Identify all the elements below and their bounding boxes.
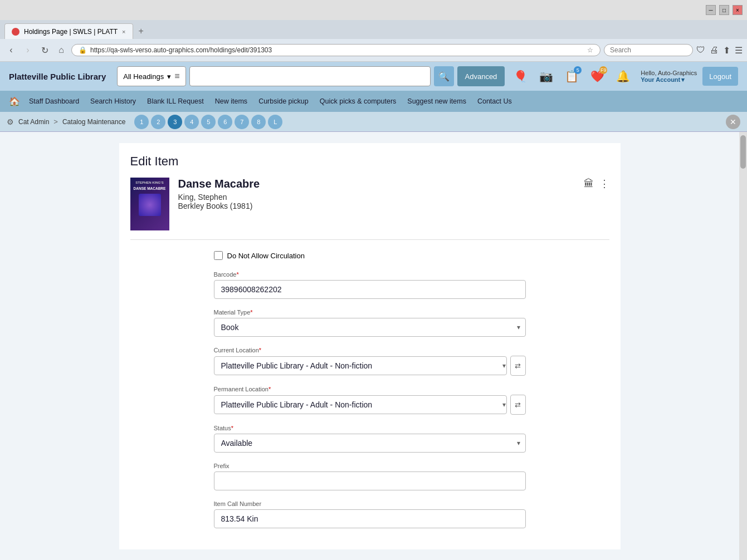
page-btn-L[interactable]: L xyxy=(268,115,282,129)
item-call-number-input[interactable] xyxy=(214,509,526,528)
nav-contact-us[interactable]: Contact Us xyxy=(473,95,516,107)
home-nav-btn[interactable]: ⌂ xyxy=(55,43,68,57)
page-btn-8[interactable]: 8 xyxy=(251,115,266,129)
shield-ext-icon: 🛡 xyxy=(696,45,705,55)
page-btn-5[interactable]: 5 xyxy=(201,115,216,129)
share-ext-icon: ⬆ xyxy=(723,45,730,56)
book-details: Danse Macabre King, Stephen Berkley Book… xyxy=(178,178,575,210)
more-options-btn[interactable]: ⋮ xyxy=(599,178,609,190)
balloon-icon-btn[interactable]: 🎈 xyxy=(510,66,530,86)
page-btn-4[interactable]: 4 xyxy=(184,115,199,129)
nav-blank-ill-request[interactable]: Blank ILL Request xyxy=(143,95,208,107)
nav-quick-picks[interactable]: Quick picks & computers xyxy=(315,95,401,107)
permanent-location-select[interactable]: Platteville Public Library - Adult - Non… xyxy=(214,395,507,414)
page-btn-2[interactable]: 2 xyxy=(151,115,165,129)
address-bar[interactable]: 🔒 https://qa-swls-verso.auto-graphics.co… xyxy=(71,44,600,56)
status-select[interactable]: Available Checked Out On Order Lost Dama… xyxy=(214,434,526,453)
permanent-location-label: Permanent Location* xyxy=(214,386,526,392)
nav-home-icon[interactable]: 🏠 xyxy=(7,94,22,109)
library-action-btn[interactable]: 🏛 xyxy=(584,178,594,190)
tab-favicon xyxy=(12,28,19,36)
browser-search-input[interactable] xyxy=(604,44,693,56)
page-btn-1[interactable]: 1 xyxy=(134,115,149,129)
page-title: Edit Item xyxy=(130,154,609,169)
breadcrumb-path2[interactable]: Catalog Maintenance xyxy=(62,118,125,126)
search-type-dropdown[interactable]: All Headings ▾ ≡ xyxy=(117,66,185,86)
nav-curbside-pickup[interactable]: Curbside pickup xyxy=(254,95,313,107)
window-controls: ─ □ × xyxy=(706,5,743,15)
search-input[interactable] xyxy=(189,66,431,86)
close-catalog-btn[interactable]: ✕ xyxy=(726,115,740,129)
scrollbar-track[interactable] xyxy=(739,132,747,560)
camera-icon: 📷 xyxy=(539,70,553,83)
forward-btn[interactable]: › xyxy=(21,43,35,57)
current-location-select[interactable]: Platteville Public Library - Adult - Non… xyxy=(214,356,507,375)
barcode-field: Barcode* xyxy=(214,271,526,299)
bookmark-icon[interactable]: ☆ xyxy=(587,46,593,54)
nav-staff-dashboard[interactable]: Staff Dashboard xyxy=(25,95,84,107)
nav-search-history[interactable]: Search History xyxy=(86,95,140,107)
app-header-top: Platteville Public Library All Headings … xyxy=(0,62,747,91)
permanent-location-field: Permanent Location* Platteville Public L… xyxy=(214,386,526,415)
tab-title: Holdings Page | SWLS | PLATT xyxy=(24,28,118,36)
camera-icon-btn[interactable]: 📷 xyxy=(536,66,556,86)
url-main: auto-graphics.com/holdings/edit/391303 xyxy=(153,46,272,54)
new-tab-btn[interactable]: + xyxy=(133,23,149,39)
current-location-wrapper: Platteville Public Library - Adult - Non… xyxy=(214,356,526,376)
page-main: Edit Item STEPHEN KING'S DANSE MACABRE D… xyxy=(0,132,739,560)
list-icon-btn[interactable]: 📋 5 xyxy=(562,66,582,86)
bell-icon-btn[interactable]: 🔔 xyxy=(613,66,633,86)
barcode-label: Barcode* xyxy=(214,271,526,278)
refresh-btn[interactable]: ↻ xyxy=(38,43,51,57)
book-cover-author: STEPHEN KING'S xyxy=(135,181,163,184)
account-dropdown-icon: ▾ xyxy=(681,76,685,83)
menu-ext-icon[interactable]: ☰ xyxy=(735,45,743,56)
breadcrumb-path1[interactable]: Cat Admin xyxy=(18,118,49,126)
do-not-circulate-row: Do Not Allow Circulation xyxy=(214,251,526,260)
search-button[interactable]: 🔍 xyxy=(434,66,454,86)
current-location-sync-btn[interactable]: ⇄ xyxy=(510,356,526,376)
pagination-buttons: 1 2 3 4 5 6 7 8 L xyxy=(134,115,282,129)
book-title: Danse Macabre xyxy=(178,178,575,190)
permanent-location-sync-btn[interactable]: ⇄ xyxy=(510,395,526,415)
permanent-location-wrapper: Platteville Public Library - Adult - Non… xyxy=(214,395,526,415)
browser-titlebar: ─ □ × xyxy=(0,0,747,20)
page-btn-7[interactable]: 7 xyxy=(235,115,249,129)
heart-icon-btn[interactable]: ❤️ F9 xyxy=(587,66,607,86)
nav-new-items[interactable]: New items xyxy=(211,95,252,107)
prefix-input[interactable] xyxy=(214,471,526,490)
minimize-btn[interactable]: ─ xyxy=(706,5,716,15)
browser-tab[interactable]: Holdings Page | SWLS | PLATT × xyxy=(4,23,133,39)
print-ext-icon: 🖨 xyxy=(710,45,719,55)
account-section: Hello, Auto-Graphics Your Account ▾ xyxy=(641,70,697,83)
search-icon: 🔍 xyxy=(438,71,450,82)
page-btn-6[interactable]: 6 xyxy=(218,115,232,129)
back-btn[interactable]: ‹ xyxy=(4,43,18,57)
current-location-field: Current Location* Platteville Public Lib… xyxy=(214,347,526,376)
maximize-btn[interactable]: □ xyxy=(719,5,729,15)
tab-close-btn[interactable]: × xyxy=(122,28,125,35)
do-not-circulate-label[interactable]: Do Not Allow Circulation xyxy=(227,252,305,260)
do-not-circulate-checkbox[interactable] xyxy=(214,251,223,260)
url-prefix: https://qa-swls-verso. xyxy=(90,46,153,54)
balloon-icon: 🎈 xyxy=(514,70,528,83)
material-type-select[interactable]: Book DVD Periodical Audio Book E-Book xyxy=(214,318,526,337)
close-window-btn[interactable]: × xyxy=(733,5,743,15)
account-hello: Hello, Auto-Graphics xyxy=(641,70,697,76)
page-btn-3[interactable]: 3 xyxy=(168,115,182,129)
nav-suggest-new-items[interactable]: Suggest new items xyxy=(403,95,471,107)
page-wrapper: Edit Item STEPHEN KING'S DANSE MACABRE D… xyxy=(0,132,747,560)
book-author: King, Stephen xyxy=(178,193,575,202)
material-type-label: Material Type* xyxy=(214,309,526,316)
advanced-search-button[interactable]: Advanced xyxy=(457,66,505,86)
status-field: Status* Available Checked Out On Order L… xyxy=(214,425,526,453)
your-account-link[interactable]: Your Account ▾ xyxy=(641,76,685,83)
item-call-number-label: Item Call Number xyxy=(214,500,526,507)
library-name: Platteville Public Library xyxy=(9,72,106,81)
logout-button[interactable]: Logout xyxy=(702,67,738,86)
breadcrumb-sep: > xyxy=(53,117,58,126)
scrollbar-thumb[interactable] xyxy=(740,135,746,169)
app-header: Platteville Public Library All Headings … xyxy=(0,62,747,112)
barcode-input[interactable] xyxy=(214,280,526,299)
book-cover-title: DANSE MACABRE xyxy=(134,186,166,190)
